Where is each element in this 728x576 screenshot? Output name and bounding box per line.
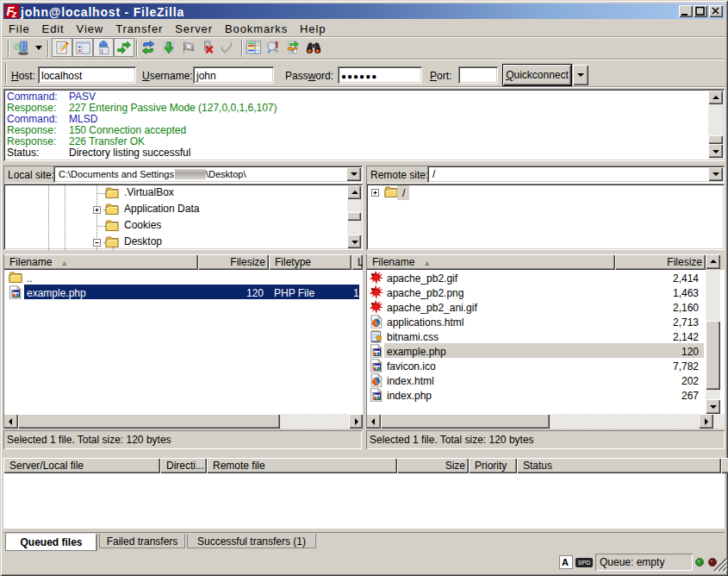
svg-text:z: z: [11, 9, 17, 18]
